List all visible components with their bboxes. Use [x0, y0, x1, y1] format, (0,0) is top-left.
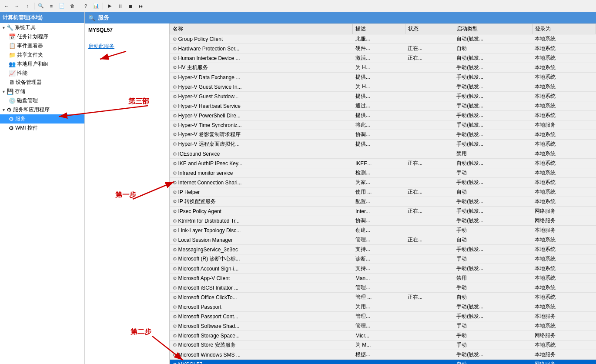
table-row[interactable]: ⚙IP Helper使用 ...正在...自动本地系统 — [170, 187, 596, 197]
main-layout: 计算机管理(本地) ▼ 🔧 系统工具 📅 任务计划程序 📋 事件查看器 📁 共享… — [0, 12, 596, 364]
service-name-cell: ⚙IPsec Policy Agent — [170, 207, 353, 216]
service-icon: ⚙ — [173, 113, 177, 118]
service-icon: ⚙ — [173, 362, 177, 364]
table-row[interactable]: ⚙Microsoft Passport Cont...管理...手动(触发...… — [170, 312, 596, 321]
col-name[interactable]: 名称 — [170, 24, 353, 34]
table-row[interactable]: ⚙KtmRm for Distributed Tr...协调...手动(触发..… — [170, 216, 596, 226]
table-row[interactable]: ⚙Hyper-V Heartbeat Service通过...手动(触发...本… — [170, 101, 596, 111]
delete-button[interactable]: 🗑 — [67, 1, 77, 11]
table-row[interactable]: ⚙MYSQL57自动网络服务 — [170, 360, 596, 364]
table-row[interactable]: ⚙IP 转换配置服务配置...手动(触发...本地系统 — [170, 197, 596, 207]
event-viewer-icon: 📋 — [9, 43, 16, 49]
service-startup-cell: 手动(触发... — [454, 216, 532, 226]
toggle-system-tools: ▼ — [2, 26, 6, 30]
table-row[interactable]: ⚙Hyper-V PowerShell Dire...提供...手动(触发...… — [170, 111, 596, 120]
sidebar-item-local-users[interactable]: 👥 本地用户和组 — [0, 60, 84, 69]
search-button[interactable]: 🔍 — [36, 1, 46, 11]
table-row[interactable]: ⚙Microsoft (R) 诊断中心标...诊断...手动本地系统 — [170, 254, 596, 264]
local-users-label: 本地用户和组 — [17, 60, 48, 68]
table-row[interactable]: ⚙HV 主机服务为 H...手动(触发...本地系统 — [170, 63, 596, 73]
sidebar-item-shared-folders[interactable]: 📁 共享文件夹 — [0, 50, 84, 60]
table-row[interactable]: ⚙Group Policy Client此服...自动(触发...本地系统 — [170, 34, 596, 44]
table-row[interactable]: ⚙IPsec Policy AgentInter...正在...手动(触发...… — [170, 207, 596, 216]
restart-button[interactable]: ⏭ — [136, 1, 146, 11]
details-button[interactable]: 📄 — [57, 1, 67, 11]
service-name-cell: ⚙Internet Connection Shari... — [170, 178, 353, 187]
shared-folders-label: 共享文件夹 — [17, 51, 43, 59]
service-status-cell — [405, 140, 454, 149]
table-row[interactable]: ⚙Hyper-V Data Exchange ...提供...手动(触发...本… — [170, 73, 596, 82]
table-row[interactable]: ⚙Microsoft App-V ClientMan...禁用本地系统 — [170, 274, 596, 283]
table-row[interactable]: ⚙ICEsound Service禁用本地系统 — [170, 149, 596, 159]
table-row[interactable]: ⚙Internet Connection Shari...为家...手动(触发.… — [170, 178, 596, 187]
table-row[interactable]: ⚙Hardware Protection Ser...硬件...正在...自动本… — [170, 44, 596, 53]
table-row[interactable]: ⚙Microsoft Passport为用...手动(触发...本地系统 — [170, 302, 596, 312]
sidebar-item-system-tools[interactable]: ▼ 🔧 系统工具 — [0, 23, 84, 32]
service-status-cell — [405, 283, 454, 293]
chart-button[interactable]: 📊 — [91, 1, 101, 11]
table-row[interactable]: ⚙Microsoft Store 安装服务为 M...手动本地系统 — [170, 341, 596, 350]
table-row[interactable]: ⚙Hyper-V Guest Service In...为 H...手动(触发.… — [170, 82, 596, 92]
wmi-label: WMI 控件 — [15, 124, 38, 132]
table-row[interactable]: ⚙Microsoft iSCSI Initiator ...管理...手动本地系… — [170, 283, 596, 293]
table-row[interactable]: ⚙IKE and AuthIP IPsec Key...IKEE...正在...… — [170, 159, 596, 168]
sidebar-item-storage[interactable]: ▼ 💾 存储 — [0, 87, 84, 96]
table-row[interactable]: ⚙Hyper-V 卷影复制请求程序协调...手动(触发...本地系统 — [170, 130, 596, 140]
service-startup-cell: 手动(触发... — [454, 120, 532, 130]
service-logon-cell: 本地服务 — [532, 226, 596, 235]
sidebar-item-wmi[interactable]: ⚙ WMI 控件 — [0, 124, 84, 133]
back-button[interactable]: ← — [2, 1, 11, 11]
table-row[interactable]: ⚙Microsoft Windows SMS ...根据...手动(触发...本… — [170, 350, 596, 360]
service-desc-cell: 根据... — [353, 350, 405, 360]
list-button[interactable]: ≡ — [47, 1, 56, 11]
table-row[interactable]: ⚙MessagingService_3e3ec支持...手动(触发...本地系统 — [170, 245, 596, 254]
table-row[interactable]: ⚙Human Interface Device ...激活...正在...自动(… — [170, 53, 596, 63]
table-row[interactable]: ⚙Microsoft Account Sign-i...支持...手动(触发..… — [170, 264, 596, 274]
service-icon: ⚙ — [173, 84, 177, 90]
table-row[interactable]: ⚙Microsoft Storage Space...Micr...手动网络服务 — [170, 331, 596, 341]
table-row[interactable]: ⚙Infrared monitor service检测...手动本地系统 — [170, 168, 596, 178]
table-row[interactable]: ⚙Microsoft Office ClickTo...管理 ...正在...自… — [170, 293, 596, 302]
service-status-cell — [405, 92, 454, 101]
service-status-cell: 正在... — [405, 159, 454, 168]
services-table-container[interactable]: 名称 描述 状态 启动类型 登录为 ⚙Group Policy Client此服… — [170, 23, 596, 364]
pause-button[interactable]: ⏸ — [115, 1, 125, 11]
services-left-panel: MYSQL57 启动此服务 — [85, 23, 170, 364]
table-row[interactable]: ⚙Hyper-V 远程桌面虚拟化...提供...手动(触发...本地系统 — [170, 140, 596, 149]
stop-button[interactable]: ⏹ — [126, 1, 135, 11]
service-status-cell: 正在... — [405, 207, 454, 216]
service-startup-cell: 手动 — [454, 341, 532, 350]
sidebar-item-services-apps[interactable]: ▼ ⚙ 服务和应用程序 — [0, 105, 84, 114]
col-startup[interactable]: 启动类型 — [454, 24, 532, 34]
service-desc-cell: 硬件... — [353, 44, 405, 53]
help-button[interactable]: ? — [81, 1, 90, 11]
sidebar-item-event-viewer[interactable]: 📋 事件查看器 — [0, 41, 84, 50]
forward-button[interactable]: → — [12, 1, 22, 11]
service-desc-cell: 为 H... — [353, 82, 405, 92]
up-button[interactable]: ↑ — [23, 1, 32, 11]
col-desc[interactable]: 描述 — [353, 24, 405, 34]
service-status-cell — [405, 321, 454, 331]
service-startup-cell: 禁用 — [454, 274, 532, 283]
table-row[interactable]: ⚙Hyper-V Time Synchroniz...将此...手动(触发...… — [170, 120, 596, 130]
start-service-link[interactable]: 启动此服务 — [88, 43, 114, 49]
sidebar-item-services[interactable]: ⚙ 服务 — [0, 114, 84, 124]
service-startup-cell: 手动(触发... — [454, 140, 532, 149]
sidebar-item-task-scheduler[interactable]: 📅 任务计划程序 — [0, 32, 84, 41]
sidebar-item-disk-mgmt[interactable]: 💿 磁盘管理 — [0, 96, 84, 105]
service-desc-cell: 配置... — [353, 197, 405, 207]
service-icon: ⚙ — [173, 333, 177, 338]
table-row[interactable]: ⚙Link-Layer Topology Disc...创建...手动本地服务 — [170, 226, 596, 235]
service-startup-cell: 手动(触发... — [454, 264, 532, 274]
service-icon: ⚙ — [173, 218, 177, 224]
table-row[interactable]: ⚙Microsoft Software Shad...管理...手动本地系统 — [170, 321, 596, 331]
play-button[interactable]: ▶ — [105, 1, 114, 11]
service-name-cell: ⚙Infrared monitor service — [170, 168, 353, 178]
table-row[interactable]: ⚙Hyper-V Guest Shutdow...提供...手动(触发...本地… — [170, 92, 596, 101]
sidebar-item-performance[interactable]: 📈 性能 — [0, 69, 84, 78]
col-logon[interactable]: 登录为 — [532, 24, 596, 34]
service-icon: ⚙ — [173, 314, 177, 319]
table-row[interactable]: ⚙Local Session Manager管理...正在...自动本地系统 — [170, 235, 596, 245]
sidebar-item-device-manager[interactable]: 🖥 设备管理器 — [0, 78, 84, 87]
col-status[interactable]: 状态 — [405, 24, 454, 34]
